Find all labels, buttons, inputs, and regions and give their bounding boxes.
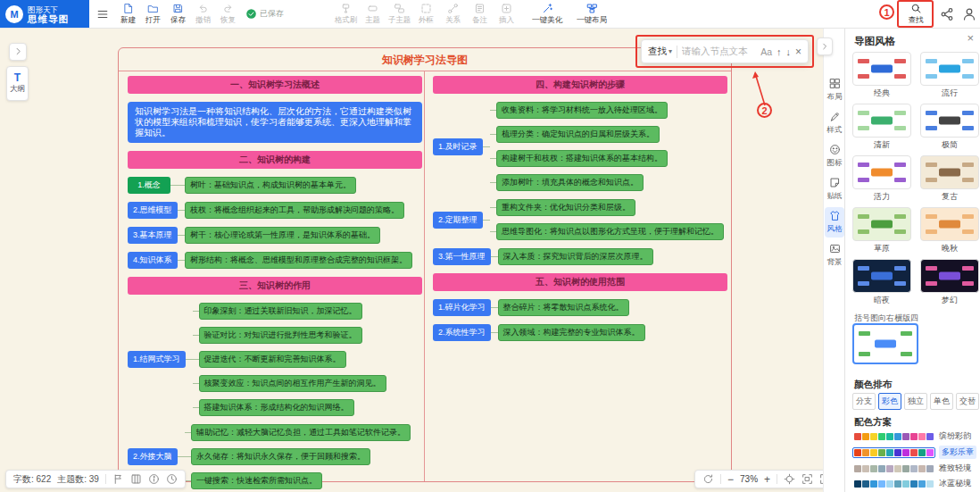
find-prev-button[interactable]: ↑	[777, 46, 782, 57]
share-icon[interactable]	[939, 6, 955, 22]
color-layout-option[interactable]: 分支	[852, 393, 876, 410]
strip-item-sticker[interactable]: 贴纸	[825, 174, 844, 204]
hamburger-menu-icon[interactable]	[93, 4, 112, 24]
theme-option[interactable]: 清新	[852, 104, 911, 151]
left-panel-expand-button[interactable]	[9, 43, 27, 61]
leaf-node[interactable]: 添加树叶：填充具体的概念和知识点。	[496, 174, 644, 191]
color-layout-option[interactable]: 彩色	[878, 393, 901, 410]
topic-node[interactable]: 1.概念	[128, 177, 170, 194]
section-banner-node[interactable]: 四、构建知识树的步骤	[433, 76, 727, 94]
topic-node[interactable]: 1.碎片化学习	[433, 299, 491, 316]
theme-option[interactable]: 草原	[852, 207, 911, 254]
leaf-node[interactable]: 构建树干和枝杈：搭建知识体系的基本结构。	[496, 150, 668, 167]
leaf-node[interactable]: 树叶：基础知识点，构成知识树的基本单元。	[185, 177, 356, 194]
leaf-node[interactable]: 搭建知识体系：形成结构化的知识网络。	[199, 399, 354, 416]
theme-option[interactable]: 晚秋	[920, 207, 979, 254]
leaf-node[interactable]: 思维导图化：将知识点以图形化方式呈现，便于理解和记忆。	[496, 223, 724, 240]
topic-node[interactable]: 3.基本原理	[128, 227, 178, 244]
topic-node[interactable]: 1.及时记录	[433, 138, 483, 155]
leaf-node[interactable]: 一键搜索：快速检索所需知识点。	[191, 472, 322, 489]
open-button[interactable]: 打开	[141, 1, 165, 28]
strip-item-background[interactable]: 背景	[825, 240, 844, 271]
color-scheme-row[interactable]: 冰蓝秘境	[852, 478, 976, 489]
leaf-node[interactable]: 深入本质：探究知识背后的深层次原理。	[498, 248, 653, 265]
leaf-node[interactable]: 辅助记忆：减轻大脑记忆负担，通过工具如笔记软件记录。	[191, 424, 411, 441]
theme-option[interactable]: 经典	[852, 52, 911, 99]
color-layout-option[interactable]: 独立	[904, 393, 927, 410]
description-node[interactable]: 知识树学习法是一种将知识结构化、层次化的方法，它通过构建类似树状的模型来组织和梳…	[128, 102, 422, 143]
user-icon[interactable]	[961, 6, 977, 22]
section-banner-node[interactable]: 三、知识树的作用	[128, 277, 422, 295]
new-button[interactable]: 新建	[116, 1, 140, 28]
color-layout-option[interactable]: 交替	[956, 393, 979, 410]
reset-view-icon[interactable]	[702, 473, 714, 485]
strip-item-icon[interactable]: 图标	[825, 141, 844, 171]
color-scheme-row[interactable]: 缤纷彩韵	[852, 430, 976, 442]
beautify-button[interactable]: 一键美化	[527, 1, 567, 28]
map-canvas[interactable]: T 大纲 知识树学习法导图 一、知识树学习法概述知识树学习法是一种将知识结构化、…	[0, 29, 823, 492]
relation-button[interactable]: 关系	[441, 1, 465, 28]
leaf-node[interactable]: 验证对比：对知识进行批判性思考和验证。	[199, 327, 362, 344]
leaf-node[interactable]: 枝杈：将概念组织起来的工具，帮助形成解决问题的策略。	[185, 202, 404, 219]
leaf-node[interactable]: 梳理分类：确定知识点的归属和层级关系。	[496, 126, 660, 143]
leaf-node[interactable]: 树形结构：将概念、思维模型和原理整合成完整的知识框架。	[185, 252, 412, 269]
strip-item-style[interactable]: 样式	[825, 108, 844, 138]
theme-option[interactable]: 流行	[920, 52, 979, 99]
theme-option[interactable]: 活力	[852, 155, 911, 203]
info-icon[interactable]	[148, 473, 160, 485]
auto-layout-button[interactable]: 一键布局	[572, 1, 611, 28]
board-icon[interactable]	[130, 473, 142, 485]
match-case-toggle[interactable]: Aa	[760, 46, 772, 57]
find-next-button[interactable]: ↓	[785, 46, 791, 57]
panel-collapse-button[interactable]	[817, 38, 833, 55]
current-structure-thumbnail[interactable]	[852, 323, 918, 364]
topic-node[interactable]: 2.定期整理	[433, 212, 483, 229]
find-close-button[interactable]: ×	[795, 46, 801, 58]
topic-node[interactable]: 2.外接大脑	[128, 448, 178, 465]
color-layout-option[interactable]: 单色	[930, 393, 953, 410]
section-banner-node[interactable]: 一、知识树学习法概述	[128, 76, 422, 94]
flag-icon[interactable]	[112, 473, 124, 485]
zoom-in-button[interactable]: +	[764, 474, 770, 485]
note-button[interactable]: 备注	[468, 1, 492, 28]
theme-option[interactable]: 梦幻	[920, 259, 979, 306]
subtopic-button[interactable]: 子主题	[387, 1, 411, 28]
mindmap-frame[interactable]: 知识树学习法导图 一、知识树学习法概述知识树学习法是一种将知识结构化、层次化的方…	[118, 47, 732, 482]
leaf-node[interactable]: 深入领域：构建完整的专业知识体系。	[498, 324, 645, 341]
strip-item-layout[interactable]: 布局	[825, 75, 844, 105]
leaf-node[interactable]: 重构文件夹：优化知识分类和层级。	[496, 199, 635, 216]
history-icon[interactable]	[166, 473, 178, 485]
theme-option[interactable]: 极简	[920, 104, 979, 151]
leaf-node[interactable]: 核聚变效应：知识点间的相互作用产生新的洞见。	[199, 375, 386, 392]
topic-node[interactable]: 2.思维模型	[128, 202, 178, 219]
redo-button[interactable]: 恢复	[216, 1, 240, 28]
outline-button[interactable]: T 大纲	[6, 66, 29, 101]
panel-close-button[interactable]: ×	[967, 31, 974, 45]
color-scheme-row[interactable]: 雅致轻境	[852, 463, 976, 474]
leaf-node[interactable]: 促进迭代：不断更新和完善知识体系。	[199, 351, 346, 368]
leaf-node[interactable]: 收集资料：将学习材料统一放入待处理区域。	[496, 102, 668, 119]
topic-node[interactable]: 3.第一性原理	[433, 248, 491, 265]
fit-screen-icon[interactable]	[801, 473, 813, 485]
format-painter-button[interactable]: 格式刷	[334, 1, 358, 28]
locate-icon[interactable]	[784, 473, 795, 485]
undo-button[interactable]: 撤销	[191, 1, 215, 28]
topic-node[interactable]: 4.知识体系	[128, 252, 178, 269]
app-logo[interactable]: M 图形天下 思维导图	[0, 0, 89, 28]
find-input[interactable]: 请输入节点文本	[682, 46, 756, 58]
find-mode-dropdown[interactable]: 查找 ▾	[648, 46, 672, 58]
save-button[interactable]: 保存	[166, 1, 190, 28]
leaf-node[interactable]: 印象深刻：通过关联新旧知识，加深记忆。	[199, 303, 362, 320]
leaf-node[interactable]: 永久储存：将知识永久保存，便于回顾和搜索。	[191, 448, 370, 465]
strip-item-theme[interactable]: 风格	[825, 207, 844, 238]
topic-node[interactable]: 1.结网式学习	[128, 351, 186, 368]
theme-option[interactable]: 暗夜	[852, 259, 911, 306]
color-scheme-row[interactable]: 多彩乐章	[852, 446, 976, 459]
find-button[interactable]: 查找	[901, 2, 930, 27]
leaf-node[interactable]: 树干：核心理论或第一性原理，是知识体系的基础。	[185, 227, 380, 244]
theme-option[interactable]: 复古	[920, 155, 979, 203]
section-banner-node[interactable]: 五、知识树的使用范围	[433, 273, 727, 291]
boundary-button[interactable]: 外框	[414, 1, 438, 28]
zoom-out-button[interactable]: −	[727, 474, 734, 485]
section-banner-node[interactable]: 二、知识树的构建	[128, 151, 422, 169]
